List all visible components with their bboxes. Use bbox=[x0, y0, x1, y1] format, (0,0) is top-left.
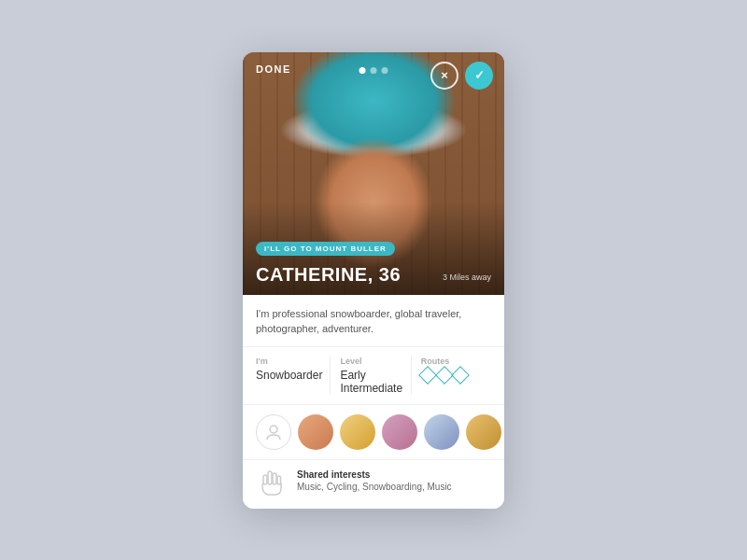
avatar-4[interactable] bbox=[424, 414, 459, 450]
routes-icons bbox=[421, 369, 484, 382]
stat-level: Level Early Intermediate bbox=[330, 357, 410, 395]
stat-routes: Routes bbox=[411, 357, 491, 395]
interests-values: Music, Cycling, Snowboarding, Music bbox=[297, 482, 452, 492]
hand-svg-icon bbox=[259, 469, 285, 499]
person-icon bbox=[264, 423, 283, 441]
svg-point-0 bbox=[270, 426, 277, 433]
avatar-5[interactable] bbox=[466, 414, 501, 450]
interests-row: Shared interests Music, Cycling, Snowboa… bbox=[243, 460, 504, 509]
dot-1 bbox=[359, 67, 366, 74]
close-button[interactable]: × bbox=[430, 62, 458, 90]
profile-card: DONE × ✓ I'LL GO TO MOUNT BULLER CATHERI… bbox=[243, 52, 504, 509]
distance-label: 3 Miles away bbox=[443, 273, 491, 282]
dot-3 bbox=[382, 67, 388, 74]
profile-name: CATHERINE, 36 bbox=[256, 264, 401, 286]
svg-rect-1 bbox=[268, 471, 272, 484]
avatars-row bbox=[243, 405, 504, 460]
action-buttons: × ✓ bbox=[430, 62, 493, 90]
bio-text: I'm professional snowboarder, global tra… bbox=[243, 295, 504, 347]
name-area: CATHERINE, 36 bbox=[256, 264, 401, 286]
stat-im: I'm Snowboarder bbox=[256, 357, 330, 395]
stat-im-value: Snowboarder bbox=[256, 369, 322, 382]
done-button[interactable]: DONE bbox=[256, 63, 291, 75]
interests-text: Shared interests Music, Cycling, Snowboa… bbox=[297, 469, 452, 492]
photo-area: DONE × ✓ I'LL GO TO MOUNT BULLER CATHERI… bbox=[243, 52, 504, 295]
stats-row: I'm Snowboarder Level Early Intermediate… bbox=[243, 347, 504, 405]
check-button[interactable]: ✓ bbox=[465, 62, 493, 90]
route-icon-double bbox=[438, 369, 467, 382]
svg-rect-2 bbox=[273, 473, 276, 484]
stat-level-value: Early Intermediate bbox=[340, 369, 402, 395]
photo-dots bbox=[359, 67, 388, 74]
route-icon-2b bbox=[451, 366, 470, 385]
svg-rect-3 bbox=[263, 475, 267, 484]
stat-routes-label: Routes bbox=[421, 357, 484, 366]
destination-tag: I'LL GO TO MOUNT BULLER bbox=[256, 242, 395, 256]
avatar-3[interactable] bbox=[382, 414, 417, 450]
avatar-1[interactable] bbox=[298, 414, 333, 450]
avatar-placeholder bbox=[256, 414, 291, 450]
dot-2 bbox=[371, 67, 377, 74]
avatar-2[interactable] bbox=[340, 414, 375, 450]
card-body: I'm professional snowboarder, global tra… bbox=[243, 295, 504, 509]
interests-title: Shared interests bbox=[297, 469, 452, 480]
stat-level-label: Level bbox=[340, 357, 402, 366]
interests-icon bbox=[256, 469, 288, 499]
svg-rect-4 bbox=[277, 476, 281, 484]
stat-im-label: I'm bbox=[256, 357, 322, 366]
